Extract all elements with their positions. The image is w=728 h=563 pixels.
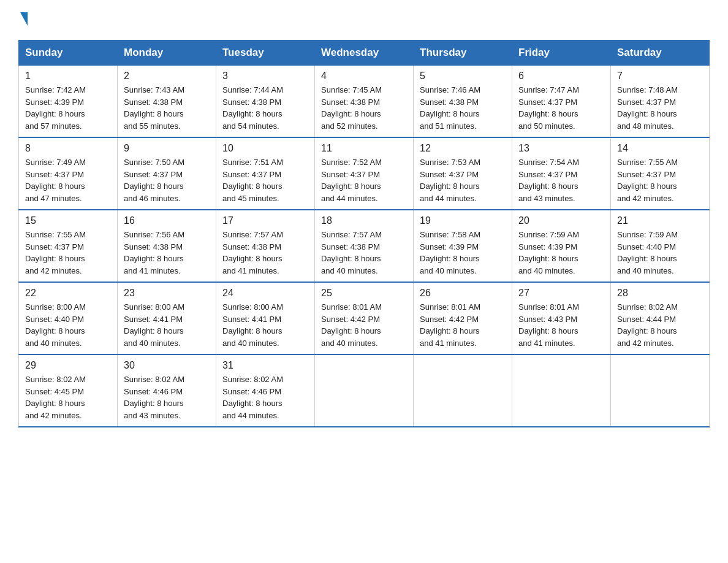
- calendar-cell: 1 Sunrise: 7:42 AMSunset: 4:39 PMDayligh…: [19, 66, 118, 138]
- calendar-cell: 15 Sunrise: 7:55 AMSunset: 4:37 PMDaylig…: [19, 210, 118, 282]
- day-number: 30: [124, 360, 210, 371]
- day-number: 31: [222, 360, 308, 371]
- day-info: Sunrise: 7:57 AMSunset: 4:38 PMDaylight:…: [321, 229, 407, 277]
- day-number: 21: [617, 215, 703, 226]
- day-number: 28: [617, 288, 703, 299]
- day-number: 12: [420, 143, 506, 154]
- day-info: Sunrise: 7:56 AMSunset: 4:38 PMDaylight:…: [124, 229, 210, 277]
- day-info: Sunrise: 8:02 AMSunset: 4:46 PMDaylight:…: [222, 373, 308, 421]
- day-info: Sunrise: 7:57 AMSunset: 4:38 PMDaylight:…: [222, 229, 308, 277]
- calendar-cell: 27 Sunrise: 8:01 AMSunset: 4:43 PMDaylig…: [512, 282, 611, 354]
- day-info: Sunrise: 7:55 AMSunset: 4:37 PMDaylight:…: [25, 229, 111, 277]
- day-number: 3: [222, 71, 308, 82]
- day-info: Sunrise: 8:01 AMSunset: 4:42 PMDaylight:…: [321, 301, 407, 349]
- day-info: Sunrise: 7:55 AMSunset: 4:37 PMDaylight:…: [617, 156, 703, 204]
- day-number: 15: [25, 215, 111, 226]
- day-header-monday: Monday: [118, 40, 216, 66]
- day-number: 5: [420, 71, 506, 82]
- day-number: 2: [124, 71, 210, 82]
- day-info: Sunrise: 8:01 AMSunset: 4:42 PMDaylight:…: [420, 301, 506, 349]
- day-info: Sunrise: 8:00 AMSunset: 4:41 PMDaylight:…: [124, 301, 210, 349]
- day-number: 1: [25, 71, 111, 82]
- calendar-cell: 12 Sunrise: 7:53 AMSunset: 4:37 PMDaylig…: [414, 137, 512, 210]
- calendar-cell: 23 Sunrise: 8:00 AMSunset: 4:41 PMDaylig…: [118, 282, 216, 354]
- day-number: 27: [518, 288, 604, 299]
- day-info: Sunrise: 7:45 AMSunset: 4:38 PMDaylight:…: [321, 84, 407, 132]
- calendar-cell: 19 Sunrise: 7:58 AMSunset: 4:39 PMDaylig…: [414, 210, 512, 282]
- page-header: [18, 12, 710, 28]
- calendar-cell: 3 Sunrise: 7:44 AMSunset: 4:38 PMDayligh…: [216, 66, 315, 138]
- day-info: Sunrise: 8:00 AMSunset: 4:40 PMDaylight:…: [25, 301, 111, 349]
- day-header-saturday: Saturday: [611, 40, 710, 66]
- day-number: 26: [420, 288, 506, 299]
- day-info: Sunrise: 7:53 AMSunset: 4:37 PMDaylight:…: [420, 156, 506, 204]
- day-number: 9: [124, 143, 210, 154]
- day-number: 17: [222, 215, 308, 226]
- calendar-cell: 18 Sunrise: 7:57 AMSunset: 4:38 PMDaylig…: [315, 210, 414, 282]
- day-info: Sunrise: 7:59 AMSunset: 4:40 PMDaylight:…: [617, 229, 703, 277]
- day-info: Sunrise: 7:48 AMSunset: 4:37 PMDaylight:…: [617, 84, 703, 132]
- logo: [18, 12, 28, 28]
- calendar-cell: 17 Sunrise: 7:57 AMSunset: 4:38 PMDaylig…: [216, 210, 315, 282]
- calendar-cell: 9 Sunrise: 7:50 AMSunset: 4:37 PMDayligh…: [118, 137, 216, 210]
- calendar-week-row: 15 Sunrise: 7:55 AMSunset: 4:37 PMDaylig…: [19, 210, 710, 282]
- day-header-sunday: Sunday: [19, 40, 118, 66]
- calendar-cell: [315, 354, 414, 427]
- day-info: Sunrise: 7:46 AMSunset: 4:38 PMDaylight:…: [420, 84, 506, 132]
- day-info: Sunrise: 7:54 AMSunset: 4:37 PMDaylight:…: [518, 156, 604, 204]
- calendar-week-row: 22 Sunrise: 8:00 AMSunset: 4:40 PMDaylig…: [19, 282, 710, 354]
- calendar-cell: [512, 354, 611, 427]
- day-number: 19: [420, 215, 506, 226]
- day-info: Sunrise: 7:58 AMSunset: 4:39 PMDaylight:…: [420, 229, 506, 277]
- calendar-week-row: 8 Sunrise: 7:49 AMSunset: 4:37 PMDayligh…: [19, 137, 710, 210]
- day-header-tuesday: Tuesday: [216, 40, 315, 66]
- day-info: Sunrise: 7:49 AMSunset: 4:37 PMDaylight:…: [25, 156, 111, 204]
- day-header-friday: Friday: [512, 40, 611, 66]
- calendar-cell: 2 Sunrise: 7:43 AMSunset: 4:38 PMDayligh…: [118, 66, 216, 138]
- calendar-cell: [414, 354, 512, 427]
- calendar-cell: 29 Sunrise: 8:02 AMSunset: 4:45 PMDaylig…: [19, 354, 118, 427]
- day-info: Sunrise: 8:02 AMSunset: 4:45 PMDaylight:…: [25, 373, 111, 421]
- calendar-cell: 24 Sunrise: 8:00 AMSunset: 4:41 PMDaylig…: [216, 282, 315, 354]
- day-number: 29: [25, 360, 111, 371]
- calendar-week-row: 29 Sunrise: 8:02 AMSunset: 4:45 PMDaylig…: [19, 354, 710, 427]
- day-number: 20: [518, 215, 604, 226]
- day-number: 10: [222, 143, 308, 154]
- day-number: 8: [25, 143, 111, 154]
- day-info: Sunrise: 7:47 AMSunset: 4:37 PMDaylight:…: [518, 84, 604, 132]
- day-number: 22: [25, 288, 111, 299]
- day-info: Sunrise: 8:02 AMSunset: 4:46 PMDaylight:…: [124, 373, 210, 421]
- calendar-cell: 20 Sunrise: 7:59 AMSunset: 4:39 PMDaylig…: [512, 210, 611, 282]
- day-info: Sunrise: 7:51 AMSunset: 4:37 PMDaylight:…: [222, 156, 308, 204]
- calendar-cell: 31 Sunrise: 8:02 AMSunset: 4:46 PMDaylig…: [216, 354, 315, 427]
- day-info: Sunrise: 7:43 AMSunset: 4:38 PMDaylight:…: [124, 84, 210, 132]
- calendar-cell: 10 Sunrise: 7:51 AMSunset: 4:37 PMDaylig…: [216, 137, 315, 210]
- day-number: 7: [617, 71, 703, 82]
- calendar-cell: 26 Sunrise: 8:01 AMSunset: 4:42 PMDaylig…: [414, 282, 512, 354]
- day-number: 25: [321, 288, 407, 299]
- calendar-cell: 30 Sunrise: 8:02 AMSunset: 4:46 PMDaylig…: [118, 354, 216, 427]
- day-header-thursday: Thursday: [414, 40, 512, 66]
- day-number: 6: [518, 71, 604, 82]
- calendar-cell: 11 Sunrise: 7:52 AMSunset: 4:37 PMDaylig…: [315, 137, 414, 210]
- calendar-cell: 25 Sunrise: 8:01 AMSunset: 4:42 PMDaylig…: [315, 282, 414, 354]
- calendar-header-row: SundayMondayTuesdayWednesdayThursdayFrid…: [19, 40, 710, 66]
- calendar-cell: 16 Sunrise: 7:56 AMSunset: 4:38 PMDaylig…: [118, 210, 216, 282]
- calendar-cell: 22 Sunrise: 8:00 AMSunset: 4:40 PMDaylig…: [19, 282, 118, 354]
- day-info: Sunrise: 7:52 AMSunset: 4:37 PMDaylight:…: [321, 156, 407, 204]
- day-info: Sunrise: 7:44 AMSunset: 4:38 PMDaylight:…: [222, 84, 308, 132]
- calendar-cell: 4 Sunrise: 7:45 AMSunset: 4:38 PMDayligh…: [315, 66, 414, 138]
- day-number: 4: [321, 71, 407, 82]
- calendar-cell: 14 Sunrise: 7:55 AMSunset: 4:37 PMDaylig…: [611, 137, 710, 210]
- calendar-cell: 7 Sunrise: 7:48 AMSunset: 4:37 PMDayligh…: [611, 66, 710, 138]
- day-number: 18: [321, 215, 407, 226]
- calendar-cell: 8 Sunrise: 7:49 AMSunset: 4:37 PMDayligh…: [19, 137, 118, 210]
- calendar-cell: 28 Sunrise: 8:02 AMSunset: 4:44 PMDaylig…: [611, 282, 710, 354]
- calendar-cell: 13 Sunrise: 7:54 AMSunset: 4:37 PMDaylig…: [512, 137, 611, 210]
- calendar-cell: 6 Sunrise: 7:47 AMSunset: 4:37 PMDayligh…: [512, 66, 611, 138]
- day-number: 13: [518, 143, 604, 154]
- calendar-cell: 5 Sunrise: 7:46 AMSunset: 4:38 PMDayligh…: [414, 66, 512, 138]
- day-info: Sunrise: 7:42 AMSunset: 4:39 PMDaylight:…: [25, 84, 111, 132]
- day-info: Sunrise: 8:02 AMSunset: 4:44 PMDaylight:…: [617, 301, 703, 349]
- day-number: 14: [617, 143, 703, 154]
